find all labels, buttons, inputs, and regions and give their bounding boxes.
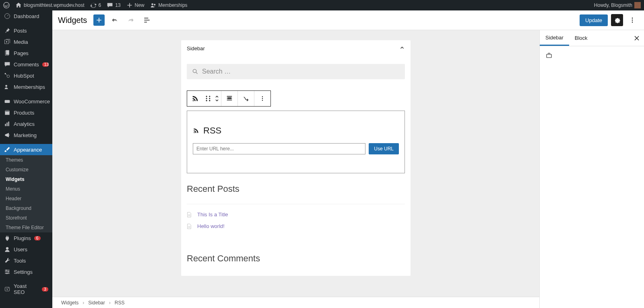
people-icon: [4, 84, 10, 90]
menu-tools[interactable]: Tools: [0, 255, 52, 266]
submenu-theme-file-editor[interactable]: Theme File Editor: [0, 223, 52, 232]
undo-button[interactable]: [109, 14, 121, 26]
align-button[interactable]: [221, 91, 237, 106]
svg-point-34: [262, 100, 263, 101]
list-view-button[interactable]: [141, 14, 153, 26]
post-link[interactable]: This Is a Title: [197, 211, 228, 218]
new-content-link[interactable]: New: [126, 2, 144, 8]
block-type-button[interactable]: [187, 91, 203, 106]
more-options-button[interactable]: [626, 14, 638, 26]
menu-appearance[interactable]: Appearance: [0, 144, 52, 155]
hubspot-icon: [4, 72, 10, 79]
doc-icon: [187, 212, 192, 218]
submenu-menus[interactable]: Menus: [0, 184, 52, 194]
redo-button[interactable]: [125, 14, 137, 26]
move-icon: [242, 95, 250, 102]
plugin-icon: [4, 235, 10, 241]
menu-dashboard[interactable]: Dashboard: [0, 10, 52, 22]
menu-plugins[interactable]: Plugins6: [0, 232, 52, 244]
brush-icon: [4, 146, 10, 153]
menu-memberships[interactable]: Memberships: [0, 81, 52, 92]
rss-url-input[interactable]: [193, 143, 365, 154]
search-widget[interactable]: Search …: [187, 64, 405, 79]
rss-icon: [193, 127, 199, 134]
yoast-badge: 3: [42, 287, 48, 292]
doc-icon: [187, 224, 192, 229]
submenu-customize[interactable]: Customize: [0, 165, 52, 175]
plus-icon: [95, 16, 103, 24]
refresh-icon: [90, 2, 97, 8]
list-icon: [143, 16, 151, 24]
svg-rect-14: [6, 123, 7, 126]
submenu-widgets[interactable]: Widgets: [0, 175, 52, 184]
dashboard-icon: [4, 13, 10, 19]
people-icon: [150, 2, 157, 8]
svg-rect-13: [5, 124, 6, 126]
avatar-icon: [634, 2, 641, 8]
comments-link[interactable]: 13: [107, 2, 120, 8]
svg-point-5: [6, 41, 7, 42]
close-inspector-button[interactable]: [632, 33, 642, 43]
submenu-themes[interactable]: Themes: [0, 155, 52, 165]
svg-point-28: [209, 98, 210, 99]
close-icon: [634, 35, 640, 41]
add-block-button[interactable]: [93, 14, 105, 26]
breadcrumb-item[interactable]: Widgets: [61, 300, 78, 306]
svg-point-30: [209, 100, 210, 101]
wp-logo-icon[interactable]: [3, 2, 10, 8]
updates-link[interactable]: 6: [90, 2, 101, 8]
svg-rect-31: [228, 97, 231, 99]
menu-users[interactable]: Users: [0, 244, 52, 255]
memberships-link[interactable]: Memberships: [150, 2, 188, 8]
post-link[interactable]: Hello world!: [197, 223, 225, 229]
settings-button[interactable]: [611, 14, 623, 26]
menu-hubspot[interactable]: HubSpot: [0, 70, 52, 81]
svg-point-16: [6, 247, 8, 249]
analytics-icon: [4, 121, 10, 127]
menu-yoast[interactable]: Yoast SEO3: [0, 281, 52, 298]
site-name-link[interactable]: blogsmithtest.wpmudev.host: [15, 2, 85, 8]
menu-posts[interactable]: Posts: [0, 25, 52, 36]
svg-rect-20: [5, 287, 9, 291]
submenu-storefront[interactable]: Storefront: [0, 213, 52, 223]
recent-posts-title: Recent Posts: [187, 184, 405, 194]
comment-icon: [4, 61, 10, 68]
recent-comments-title: Recent Comments: [187, 253, 405, 264]
rss-block-title: RSS: [203, 125, 221, 136]
chevron-right-icon: ›: [83, 300, 84, 306]
svg-point-21: [632, 18, 633, 19]
menu-marketing[interactable]: Marketing: [0, 129, 52, 141]
tab-block[interactable]: Block: [569, 30, 593, 46]
submenu-background[interactable]: Background: [0, 203, 52, 213]
menu-pages[interactable]: Pages: [0, 47, 52, 59]
align-icon: [226, 95, 233, 102]
menu-settings[interactable]: Settings: [0, 266, 52, 277]
block-options-button[interactable]: [254, 91, 270, 106]
rss-use-url-button[interactable]: Use URL: [369, 143, 399, 154]
svg-point-18: [8, 271, 9, 272]
menu-products[interactable]: Products: [0, 107, 52, 118]
home-icon: [15, 2, 22, 8]
rss-icon: [192, 95, 199, 102]
undo-icon: [111, 16, 119, 24]
my-account-link[interactable]: Howdy, Blogsmith: [594, 2, 641, 8]
tab-sidebar[interactable]: Sidebar: [540, 30, 569, 46]
move-buttons[interactable]: [213, 91, 221, 106]
svg-rect-35: [547, 54, 551, 57]
breadcrumb-item[interactable]: RSS: [115, 300, 125, 306]
comments-badge: 13: [42, 62, 49, 67]
menu-woocommerce[interactable]: WooCommerce: [0, 96, 52, 107]
rss-block: RSS Use URL: [187, 111, 405, 173]
menu-analytics[interactable]: Analytics: [0, 118, 52, 129]
svg-rect-15: [8, 121, 9, 126]
move-to-button[interactable]: [238, 91, 254, 106]
admin-bar: blogsmithtest.wpmudev.host 6 13 New Memb…: [0, 0, 644, 10]
menu-comments[interactable]: Comments13: [0, 59, 52, 70]
breadcrumb-item[interactable]: Sidebar: [88, 300, 105, 306]
update-button[interactable]: Update: [580, 14, 608, 26]
collapse-button[interactable]: [399, 45, 405, 52]
submenu-header[interactable]: Header: [0, 194, 52, 203]
drag-handle[interactable]: [203, 91, 213, 106]
editor-canvas[interactable]: Sidebar Search …: [52, 30, 539, 308]
menu-media[interactable]: Media: [0, 36, 52, 47]
